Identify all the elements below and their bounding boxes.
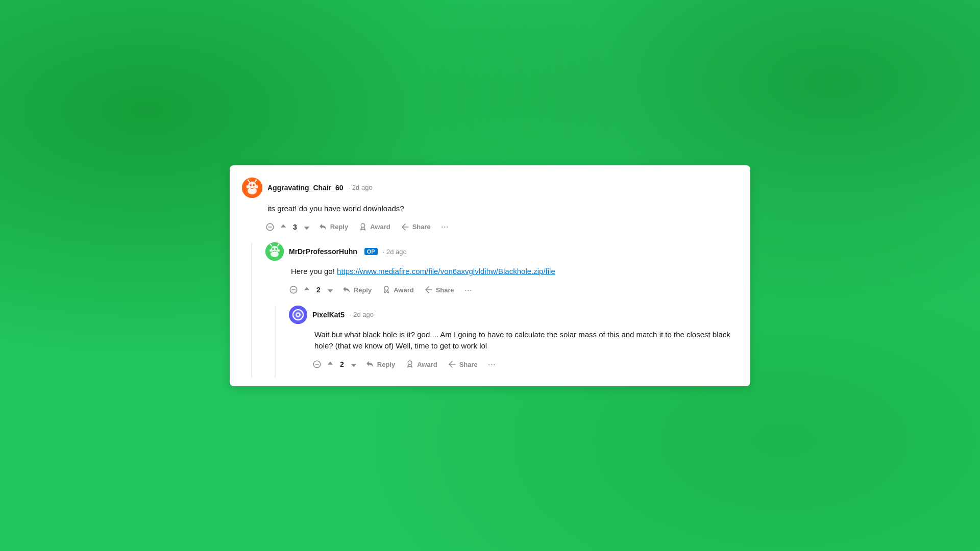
- reply-btn-1[interactable]: Reply: [314, 220, 352, 234]
- comment-3-actions: 2 Reply: [311, 357, 738, 372]
- upvote-btn-2[interactable]: [301, 284, 312, 295]
- comment-1-timestamp: · 2d ago: [349, 184, 373, 191]
- reply-icon-3: [365, 360, 375, 369]
- svg-point-35: [408, 361, 412, 365]
- op-badge: OP: [364, 248, 378, 255]
- comment-1-username[interactable]: Aggravating_Chair_60: [267, 184, 344, 192]
- share-btn-2[interactable]: Share: [420, 283, 458, 297]
- downvote-icon-3: [349, 360, 358, 369]
- comment-1-actions: 3 Reply Award: [264, 219, 738, 234]
- share-icon-1: [401, 222, 410, 232]
- collapse-btn-1[interactable]: [264, 221, 276, 233]
- reply-btn-3[interactable]: Reply: [361, 357, 399, 371]
- svg-point-18: [270, 244, 272, 245]
- comment-1-votes: 3: [291, 223, 299, 231]
- more-btn-3[interactable]: ···: [484, 357, 500, 372]
- comment-2-actions: 2 Reply: [288, 283, 738, 297]
- minus-circle-icon-2: [289, 285, 298, 294]
- share-btn-3[interactable]: Share: [444, 357, 482, 371]
- collapse-btn-2[interactable]: [288, 284, 299, 295]
- upvote-btn-1[interactable]: [278, 221, 289, 233]
- comment-3: PixelKat5 · 2d ago Wait but what black h…: [289, 306, 738, 378]
- comment-2-timestamp: · 2d ago: [383, 248, 407, 256]
- comment-2-header: MrDrProfessorHuhn OP · 2d ago: [265, 242, 738, 261]
- comment-3-username[interactable]: PixelKat5: [312, 311, 345, 319]
- svg-point-24: [278, 249, 280, 252]
- comment-2-username[interactable]: MrDrProfessorHuhn: [289, 247, 357, 256]
- award-icon-3: [405, 360, 414, 369]
- comment-2-votes: 2: [314, 286, 323, 294]
- mediafire-link[interactable]: https://www.mediafire.com/file/von6axvgl…: [337, 267, 555, 276]
- comment-3-timestamp: · 2d ago: [350, 311, 374, 318]
- svg-point-8: [253, 184, 255, 186]
- award-btn-2[interactable]: Award: [378, 283, 418, 297]
- downvote-btn-2[interactable]: [325, 284, 336, 295]
- upvote-icon-1: [279, 222, 288, 232]
- comment-1: Aggravating_Chair_60 · 2d ago its great!…: [242, 178, 738, 378]
- svg-point-27: [384, 286, 388, 290]
- avatar-aggravating-icon: [242, 178, 262, 198]
- upvote-btn-3[interactable]: [325, 359, 336, 370]
- thread-2: PixelKat5 · 2d ago Wait but what black h…: [275, 306, 738, 378]
- avatar-mrdr-icon: [265, 242, 284, 261]
- avatar-aggravating: [242, 178, 262, 198]
- reply-btn-2[interactable]: Reply: [338, 283, 376, 297]
- svg-point-21: [272, 248, 274, 250]
- thread-1: MrDrProfessorHuhn OP · 2d ago Here you g…: [251, 242, 738, 378]
- svg-point-4: [248, 179, 249, 181]
- svg-point-10: [256, 185, 258, 188]
- award-btn-3[interactable]: Award: [401, 357, 442, 371]
- upvote-icon-3: [326, 360, 335, 369]
- svg-point-7: [250, 184, 252, 186]
- award-icon-2: [382, 285, 391, 294]
- svg-point-23: [270, 249, 272, 252]
- svg-point-22: [275, 248, 277, 250]
- award-btn-1[interactable]: Award: [354, 220, 395, 234]
- svg-point-13: [361, 223, 365, 228]
- share-btn-1[interactable]: Share: [397, 220, 435, 234]
- reply-icon-1: [318, 222, 328, 232]
- downvote-icon-2: [326, 285, 335, 294]
- svg-point-6: [256, 179, 257, 181]
- svg-point-9: [247, 185, 249, 188]
- comment-1-body: its great! do you have world downloads?: [267, 203, 738, 215]
- comment-2: MrDrProfessorHuhn OP · 2d ago Here you g…: [265, 242, 738, 378]
- award-icon-1: [358, 222, 368, 232]
- svg-point-32: [297, 314, 299, 316]
- svg-point-20: [278, 244, 280, 245]
- comment-2-body: Here you go! https://www.mediafire.com/f…: [291, 266, 738, 278]
- collapse-btn-3[interactable]: [311, 359, 323, 370]
- comment-1-header: Aggravating_Chair_60 · 2d ago: [242, 178, 738, 198]
- avatar-mrdr: [265, 242, 284, 261]
- comment-3-body: Wait but what black hole is it? god.... …: [314, 329, 738, 352]
- downvote-btn-3[interactable]: [348, 359, 359, 370]
- reply-icon-2: [342, 285, 351, 294]
- comment-3-header: PixelKat5 · 2d ago: [289, 306, 738, 324]
- more-btn-2[interactable]: ···: [460, 283, 476, 297]
- share-icon-2: [424, 285, 433, 294]
- minus-circle-icon: [265, 222, 275, 232]
- avatar-pixel: [289, 306, 307, 324]
- downvote-icon-1: [302, 222, 311, 232]
- minus-circle-icon-3: [312, 360, 322, 369]
- avatar-pixel-icon: [289, 306, 307, 324]
- comment-card: Aggravating_Chair_60 · 2d ago its great!…: [230, 165, 750, 386]
- more-btn-1[interactable]: ···: [437, 219, 453, 234]
- share-icon-3: [448, 360, 457, 369]
- upvote-icon-2: [302, 285, 311, 294]
- comment-3-votes: 2: [338, 360, 346, 368]
- downvote-btn-1[interactable]: [301, 221, 312, 233]
